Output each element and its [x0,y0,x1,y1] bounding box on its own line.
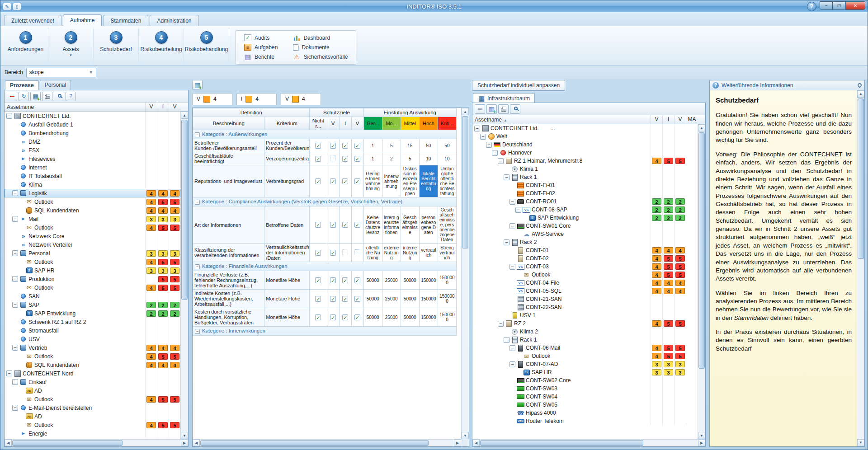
level-cell[interactable]: 10 [419,152,438,165]
scroll-right-arrow[interactable]: ▶ [454,440,461,446]
level-cell[interactable]: Diskussion in einzelnen Pressegruppen [401,165,419,197]
tree-row[interactable]: −Einkauf [5,378,180,386]
level-cell[interactable]: vertraulich [419,244,438,262]
column-header[interactable]: Kriti... [438,117,456,130]
quick-access-icon[interactable]: ▯ [13,3,21,10]
level-cell[interactable]: personenbezogene Daten [419,206,438,244]
collapse-icon[interactable]: − [504,174,509,180]
checkbox-icon[interactable]: ✓ [342,178,348,184]
tree-row[interactable]: Klima 2 [472,328,698,336]
vertical-scrollbar[interactable]: ▲ ▼ [698,124,705,439]
level-cell[interactable]: interne Nutzung [401,244,419,262]
scroll-left-arrow[interactable]: ◀ [472,440,480,446]
tree-row[interactable]: Outlook455 [472,352,698,360]
step-risikobeurteilung[interactable]: 4Risikobeurteilung [139,28,184,63]
collapse-icon[interactable]: − [12,216,18,222]
level-cell[interactable]: Geringe Innenwahrnehmung [363,165,382,197]
collapse-icon[interactable]: − [12,302,18,308]
tree-row[interactable]: CONT-SW02 Core [472,376,698,384]
level-cell[interactable]: 50 [419,139,438,152]
tree-row[interactable]: −Vertrieb444 [5,343,180,352]
tree-row[interactable]: CONT-SW04 [472,393,698,401]
checkbox-cell[interactable]: ✓ [351,308,363,327]
tree-row[interactable]: −Rack 1 [472,336,698,344]
tree-row[interactable]: −Deutschland [472,141,698,149]
adjust-protection-button[interactable]: Schutzbedarf individuell anpassen [472,80,565,91]
tab-personal[interactable]: Personal [40,80,71,90]
tree-row[interactable]: CONT-04-File444 [472,279,698,287]
column-header[interactable]: Mittel [401,117,419,130]
level-cell[interactable]: Keine Datenschutzrelevanz [363,206,382,244]
tree-row[interactable]: SAP HR333 [5,266,180,275]
level-cell[interactable]: 5 [382,139,401,152]
checkbox-cell[interactable]: ✓ [327,244,339,262]
column-header-assetname[interactable]: Assetname▲ [475,117,651,123]
level-cell[interactable]: lokale Berichterstattung [419,165,438,197]
scrollbar-thumb[interactable] [462,116,468,248]
checkbox-icon[interactable]: ✓ [330,222,336,228]
checkbox-icon[interactable]: ✓ [315,314,321,320]
pin-icon[interactable] [857,82,863,88]
tree-row[interactable]: −Produktion55 [5,275,180,283]
checkbox-icon[interactable]: ✓ [330,250,336,256]
checkbox-cell[interactable]: ✓ [327,139,339,152]
tree-row[interactable]: CONT-Fi-01 [472,181,698,189]
tree-row[interactable]: AD [5,412,180,421]
scroll-down-arrow[interactable]: ▼ [857,439,864,446]
tree-row[interactable]: Stromausfall [5,326,180,335]
tree-row[interactable]: −Mail333 [5,215,180,223]
column-header[interactable]: Kriterium [264,117,310,130]
ribbon-tab-administration[interactable]: Administration [150,15,198,26]
checkbox-icon[interactable]: ✓ [354,314,360,320]
checkbox-cell[interactable]: ✓ [351,165,363,197]
tree-row[interactable]: −CONT-SW01 Core [472,222,698,230]
checkbox-cell[interactable]: ✓ [351,206,363,244]
tree-row[interactable]: SQL Kundendaten444 [5,206,180,215]
collapse-icon[interactable]: − [504,337,509,343]
checkbox-icon[interactable]: ✓ [354,277,360,283]
column-header-v2[interactable]: V [169,103,180,111]
collapse-icon[interactable]: − [6,370,12,376]
vertical-scrollbar[interactable]: ▲ ▼ [180,112,188,439]
level-cell[interactable]: 1 [363,152,382,165]
checkbox-icon[interactable]: ✓ [342,222,348,228]
collapse-icon[interactable]: − [486,142,492,148]
scrollbar-thumb[interactable] [858,98,864,259]
column-header[interactable]: Beschreibung [193,117,264,130]
checkbox-icon[interactable]: ✓ [315,296,321,302]
scroll-up-arrow[interactable]: ▲ [462,108,469,115]
tree-row[interactable]: −SAP222 [5,300,180,309]
column-header[interactable]: V [351,117,363,130]
level-cell[interactable]: 150000 [419,308,438,327]
collapse-icon[interactable]: − [498,321,504,327]
tree-row[interactable]: SAP Entwicklung222 [472,214,698,222]
checkbox-icon[interactable]: ✓ [315,156,321,162]
collapse-icon[interactable]: − [12,345,18,351]
tree-row[interactable]: IT Totalausfall [5,172,180,180]
level-cell[interactable]: 50000 [363,308,382,327]
tree-row[interactable]: −Rack 1 [472,173,698,181]
level-cell[interactable]: 50000 [401,308,419,327]
checkbox-icon[interactable]: ✓ [330,178,336,184]
print-button[interactable] [498,104,509,114]
checkbox-cell[interactable]: ✓ [310,244,327,262]
checkbox-cell[interactable]: ✓ [310,308,327,327]
ribbon-tab-zuletzt-verwendet[interactable]: Zuletzt verwendet [4,15,61,26]
help-tree-button[interactable]: ? [66,92,76,101]
column-header-i[interactable]: I [662,115,674,124]
collapse-icon[interactable]: − [195,264,200,269]
level-cell[interactable]: 150000 [419,290,438,308]
tree-row[interactable]: −RZ 2455 [472,319,698,328]
checkbox-icon[interactable]: ✓ [342,277,348,283]
scroll-down-arrow[interactable]: ▼ [698,432,705,439]
collapse-icon[interactable]: − [498,158,504,164]
level-cell[interactable]: 1500000 [438,308,456,327]
scroll-up-arrow[interactable]: ▲ [698,124,705,131]
column-header[interactable]: V [327,117,339,130]
collapse-icon[interactable]: − [12,379,18,385]
tree-row[interactable]: CONT-02455 [472,254,698,262]
level-cell[interactable]: Geschäftsgeheimnisse, personenbezogene D… [438,206,456,244]
collapse-icon[interactable]: − [509,223,515,229]
checkbox-cell[interactable]: ✓ [327,308,339,327]
tree-row[interactable]: Netzwerk Verteiler [5,240,180,249]
